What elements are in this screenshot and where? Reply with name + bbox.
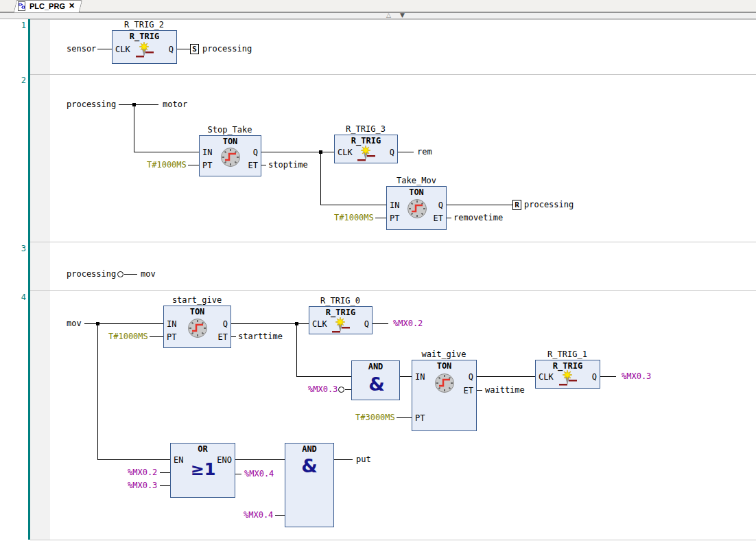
rising-edge-spark-icon (357, 145, 375, 163)
splitter-up-icon[interactable]: △ (386, 11, 391, 19)
negation-circle[interactable] (117, 271, 123, 277)
pin-pt: PT (415, 413, 425, 424)
fb-type-label: AND (285, 444, 333, 454)
operand-mx0-4[interactable]: %MX0.4 (244, 468, 274, 479)
fb-type-label: R_TRIG (113, 32, 176, 41)
instance-label-wait-give[interactable]: wait_give (421, 349, 466, 359)
pin-pt: PT (202, 160, 212, 171)
operand-sensor[interactable]: sensor (67, 43, 96, 54)
or-symbol: ≥1 (191, 460, 216, 479)
fb-take-mov-ton[interactable]: TON IN PT Q ET (386, 186, 447, 230)
wire (397, 417, 412, 418)
instance-label-r-trig-0[interactable]: R_TRIG_0 (320, 296, 360, 306)
instance-label-r-trig-3[interactable]: R_TRIG_3 (346, 124, 386, 134)
pin-eno: ENO (217, 455, 232, 465)
pin-q: Q (592, 371, 597, 382)
wire (150, 336, 163, 337)
network-separator (30, 74, 756, 75)
fbd-editor: PLC_PRG ✕ △ ▼ 1 2 3 4 R_TRIG_2 sensor R_… (0, 0, 756, 552)
fb-type-label: TON (387, 187, 446, 197)
operand-mov[interactable]: mov (141, 268, 156, 279)
tab-close-icon[interactable]: ✕ (69, 1, 75, 10)
pin-et: ET (218, 332, 228, 343)
wire (134, 152, 199, 152)
instance-label-stop-take[interactable]: Stop_Take (207, 125, 252, 135)
pin-clk: CLK (115, 44, 130, 55)
operand-put[interactable]: put (356, 454, 371, 465)
operand-mx0-4[interactable]: %MX0.4 (244, 509, 273, 520)
fb-r-trig-1[interactable]: R_TRIG CLK Q (535, 360, 600, 389)
wire (235, 459, 285, 460)
operand-removetime[interactable]: removetime (453, 212, 503, 223)
fb-stop-take-ton[interactable]: TON IN PT Q ET (199, 135, 261, 176)
operand-processing[interactable]: processing (202, 43, 252, 54)
timer-clock-icon (218, 145, 243, 170)
pin-q: Q (223, 319, 228, 330)
operand-motor[interactable]: motor (163, 99, 187, 110)
set-coil[interactable]: S (190, 44, 199, 54)
operand-mx0-3[interactable]: %MX0.3 (622, 371, 651, 382)
fb-r-trig-3[interactable]: R_TRIG CLK Q (334, 135, 398, 163)
pin-q: Q (169, 44, 174, 55)
operand-mx0-3[interactable]: %MX0.3 (308, 384, 338, 395)
wire (124, 274, 137, 275)
view-splitter[interactable]: △ ▼ (0, 12, 756, 19)
wire (177, 49, 190, 49)
fb-start-give-ton[interactable]: TON IN PT Q ET (163, 306, 231, 348)
instance-label-take-mov[interactable]: Take_Mov (397, 176, 436, 185)
fb-type-label: AND (352, 362, 399, 371)
wire (160, 485, 170, 486)
operand-mx0-2[interactable]: %MX0.2 (128, 467, 157, 478)
operand-mx0-3[interactable]: %MX0.3 (128, 480, 157, 491)
wire (134, 104, 134, 152)
pin-q: Q (469, 371, 473, 382)
literal-pt[interactable]: T#1000MS (147, 159, 187, 170)
fb-r-trig-0[interactable]: R_TRIG CLK Q (309, 306, 373, 334)
network-number-2[interactable]: 2 (1, 76, 26, 85)
network-number-4[interactable]: 4 (1, 292, 26, 302)
wire (334, 459, 353, 460)
reset-coil[interactable]: R (512, 200, 521, 210)
operand-mov[interactable]: mov (67, 318, 82, 329)
pin-et: ET (434, 213, 443, 224)
literal-pt[interactable]: T#1000MS (108, 331, 148, 342)
pin-et: ET (464, 385, 473, 396)
pin-clk: CLK (539, 371, 554, 382)
tab-title: PLC_PRG (29, 2, 65, 10)
wire (97, 49, 112, 49)
wire (188, 165, 199, 165)
literal-pt[interactable]: T#3000MS (355, 412, 395, 423)
operand-rem[interactable]: rem (417, 146, 432, 157)
operand-stoptime[interactable]: stoptime (268, 159, 308, 170)
wire (119, 104, 158, 105)
instance-label-r-trig-1[interactable]: R_TRIG_1 (547, 349, 587, 359)
fb-and-1[interactable]: AND & (351, 360, 400, 400)
operand-processing[interactable]: processing (524, 199, 574, 210)
operand-processing[interactable]: processing (67, 268, 116, 279)
network-separator (30, 242, 756, 242)
operand-mx0-2[interactable]: %MX0.2 (393, 318, 423, 329)
operand-starttime[interactable]: starttime (238, 331, 283, 342)
timer-clock-icon (185, 316, 210, 341)
negation-circle[interactable] (338, 387, 344, 393)
fb-or-1[interactable]: OR EN ENO ≥1 (170, 443, 235, 498)
operand-waittime[interactable]: waittime (485, 384, 525, 395)
wire (375, 218, 386, 218)
network-number-1[interactable]: 1 (1, 21, 26, 30)
fb-and-2[interactable]: AND & (285, 443, 334, 527)
rising-edge-spark-icon (136, 41, 154, 59)
instance-label-start-give[interactable]: start_give (172, 295, 222, 305)
network-number-3[interactable]: 3 (1, 244, 26, 253)
tab-content[interactable]: PLC_PRG ✕ (18, 1, 75, 11)
instance-label-r-trig-2[interactable]: R_TRIG_2 (124, 20, 164, 30)
wire (398, 152, 414, 152)
wire (400, 376, 412, 377)
literal-pt[interactable]: T#1000MS (334, 212, 374, 223)
splitter-down-icon[interactable]: ▼ (400, 11, 405, 19)
pin-pt: PT (390, 213, 399, 224)
operand-processing[interactable]: processing (67, 99, 116, 110)
and-symbol: & (301, 455, 318, 476)
pin-in: IN (202, 147, 212, 158)
fb-r-trig-2[interactable]: R_TRIG CLK Q (112, 30, 177, 64)
fb-wait-give-ton[interactable]: TON IN PT Q ET (412, 360, 477, 431)
